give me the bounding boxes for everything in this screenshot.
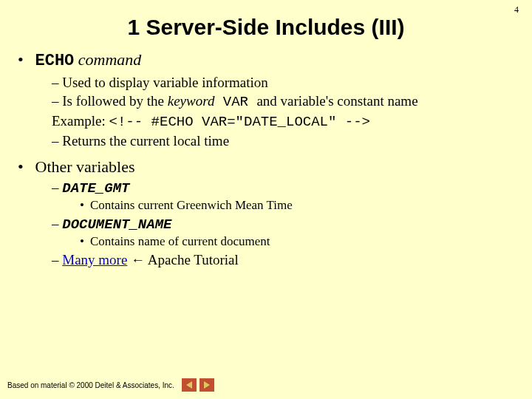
slide-content: • ECHO command – Used to display variabl… [0,50,532,268]
var-document-name-desc: •Contains name of current document [18,234,514,249]
slide-title: 1 Server-Side Includes (III) [0,15,532,40]
triangle-right-icon [204,381,210,389]
ex-label: Example: [52,113,109,129]
bullet-dot: • [80,198,90,213]
desc-text: Contains name of current document [90,234,270,248]
echo-details: – Used to display variable information –… [18,73,514,150]
other-label: Other variables [35,157,135,176]
var-document-name: – DOCUMENT_NAME [18,216,514,233]
dash: – [52,216,62,231]
next-button[interactable] [200,378,214,392]
echo-sub3: – Returns the current local time [52,132,514,150]
ex-code: <!-- #ECHO VAR="DATE_LOCAL" --> [109,114,370,130]
var-name: DATE_GMT [62,180,129,197]
sub2-code: VAR [214,94,256,110]
prev-button[interactable] [182,378,197,392]
echo-keyword: ECHO [35,52,75,70]
var-date-gmt-desc: •Contains current Greenwich Mean Time [18,198,514,213]
dash: – [52,252,62,267]
dash: – [52,180,62,195]
bullet-echo: • ECHO command [18,50,514,70]
page-number: 4 [514,4,519,16]
echo-sub1: – Used to display variable information [52,73,514,92]
sub2-kw: keyword [168,93,215,109]
bullet-dot: • [80,234,90,249]
footer-text: Based on material © 2000 Deitel & Associ… [7,381,174,389]
footer: Based on material © 2000 Deitel & Associ… [7,378,214,392]
desc-text: Contains current Greenwich Mean Time [90,198,293,212]
var-name: DOCUMENT_NAME [62,216,171,233]
bullet-dot: • [18,50,31,69]
sub2-post: and variable's constant name [256,93,417,109]
echo-example: Example: <!-- #ECHO VAR="DATE_LOCAL" --> [52,112,514,132]
echo-rest: command [74,50,141,69]
sub2-pre: – Is followed by the [52,93,168,109]
echo-sub2: – Is followed by the keyword VAR and var… [52,92,514,112]
var-many-more: – Many more ← Apache Tutorial [18,252,514,268]
bullet-other: • Other variables [18,157,514,177]
bullet-dot: • [18,157,31,177]
triangle-left-icon [186,381,192,389]
arrow-text: ← Apache Tutorial [127,252,238,267]
many-more-link[interactable]: Many more [62,252,127,267]
var-date-gmt: – DATE_GMT [18,180,514,197]
nav-buttons [182,378,214,392]
